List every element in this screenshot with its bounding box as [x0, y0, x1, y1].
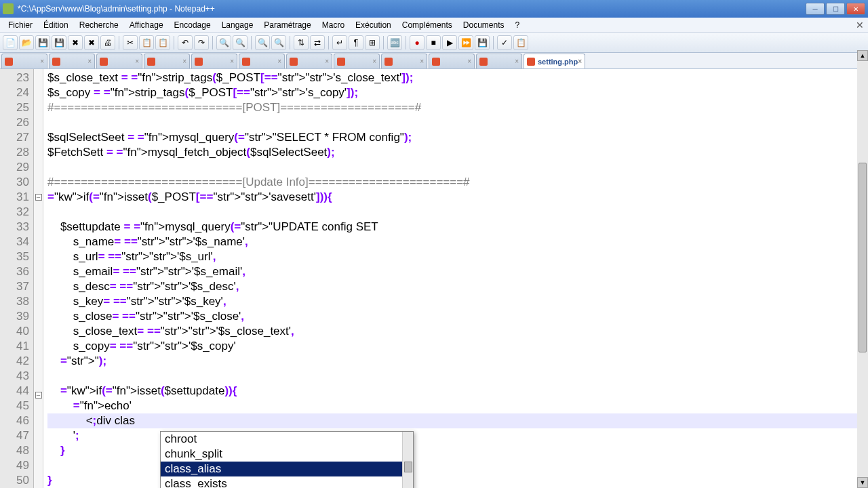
menu-langage[interactable]: Langage [216, 19, 259, 31]
menu-macro[interactable]: Macro [317, 19, 350, 31]
play-macro-icon[interactable]: ▶ [442, 35, 457, 50]
redo-icon[interactable]: ↷ [194, 35, 209, 50]
tab-close-icon[interactable]: × [372, 58, 376, 65]
tab-close-icon[interactable]: × [515, 58, 519, 65]
tab-blank[interactable]: × [239, 54, 285, 68]
tab-close-icon[interactable]: × [40, 58, 44, 65]
menu-edition[interactable]: Édition [38, 19, 74, 31]
tab-close-icon[interactable]: × [182, 58, 186, 65]
tab-blank[interactable]: × [191, 54, 237, 68]
close-file-icon[interactable]: ✖ [68, 35, 83, 50]
undo-icon[interactable]: ↶ [178, 35, 193, 50]
tab-close-icon[interactable]: × [467, 58, 471, 65]
tab-close-icon[interactable]: × [420, 58, 424, 65]
toolbar: 📄 📂 💾 💾 ✖ ✖ 🖨 ✂ 📋 📋 ↶ ↷ 🔍 🔍 🔍 🔍 ⇅ ⇄ ↵ ¶ … [0, 33, 868, 53]
print-icon[interactable]: 🖨 [100, 35, 115, 50]
file-icon [479, 58, 488, 66]
save-macro-icon[interactable]: 💾 [475, 35, 490, 50]
tab-setting-php[interactable]: setting.php× [524, 54, 585, 68]
menu-parametrage[interactable]: Paramétrage [258, 19, 316, 31]
menu-fichier[interactable]: Fichier [3, 19, 38, 31]
menu-documents[interactable]: Documents [458, 19, 510, 31]
vertical-scrollbar[interactable]: ▲ ▼ [857, 50, 868, 488]
tab-close-icon[interactable]: × [578, 58, 582, 65]
paste-icon[interactable]: 📋 [155, 35, 170, 50]
file-icon [195, 58, 203, 66]
file-icon [147, 58, 155, 66]
titlebar: *C:\AppServ\www\Blog\admin\setting.php -… [0, 0, 868, 18]
tabbar: × × × × × × × × × × × setting.php× [0, 53, 868, 69]
sync-horiz-icon[interactable]: ⇄ [310, 35, 325, 50]
lang-icon[interactable]: 🔤 [387, 35, 402, 50]
tab-close-icon[interactable]: × [135, 58, 139, 65]
sync-vert-icon[interactable]: ⇅ [294, 35, 309, 50]
menu-recherche[interactable]: Recherche [74, 19, 124, 31]
editor[interactable]: 2324252627282930313233343536373839404142… [0, 69, 868, 488]
close-button[interactable]: ✕ [846, 3, 865, 15]
replay-macro-icon[interactable]: ⏩ [458, 35, 473, 50]
cut-icon[interactable]: ✂ [123, 35, 138, 50]
tab-blank[interactable]: × [334, 54, 380, 68]
app-icon [3, 3, 14, 14]
autocomplete-item[interactable]: chroot [161, 432, 413, 447]
copy-icon[interactable]: 📋 [139, 35, 154, 50]
tab-blank[interactable]: × [49, 54, 95, 68]
scrollbar-thumb[interactable] [404, 462, 412, 472]
minimize-button[interactable]: ─ [806, 3, 825, 15]
tab-close-icon[interactable]: × [87, 58, 92, 65]
wordwrap-icon[interactable]: ↵ [332, 35, 347, 50]
file-icon [5, 58, 13, 66]
scrollbar-thumb[interactable] [859, 163, 867, 352]
file-icon [527, 58, 535, 66]
tab-blank[interactable]: × [476, 54, 522, 68]
file-icon [242, 58, 250, 66]
scroll-down-icon[interactable]: ▼ [857, 477, 868, 488]
tab-label: setting.php [538, 58, 578, 66]
close-all-icon[interactable]: ✖ [84, 35, 99, 50]
menu-encodage[interactable]: Encodage [169, 19, 216, 31]
new-file-icon[interactable]: 📄 [3, 35, 18, 50]
autocomplete-item[interactable]: chunk_split [161, 447, 413, 462]
menubar-close-icon[interactable]: ✕ [856, 20, 864, 30]
tab-blank[interactable]: × [286, 54, 332, 68]
file-icon [384, 58, 393, 66]
menu-execution[interactable]: Exécution [350, 19, 397, 31]
tab-close-icon[interactable]: × [325, 58, 329, 65]
code-area[interactable]: $s_close_text = ="fn">strip_tags($_POST[… [43, 69, 868, 488]
tab-close-icon[interactable]: × [230, 58, 234, 65]
save-icon[interactable]: 💾 [35, 35, 50, 50]
autocomplete-item-selected[interactable]: class_alias [161, 462, 413, 476]
zoom-in-icon[interactable]: 🔍 [255, 35, 270, 50]
show-all-icon[interactable]: ¶ [349, 35, 363, 50]
replace-icon[interactable]: 🔍 [233, 35, 248, 50]
tab-blank[interactable]: × [381, 54, 427, 68]
record-macro-icon[interactable]: ● [410, 35, 425, 50]
autocomplete-scrollbar[interactable] [402, 432, 413, 488]
menu-affichage[interactable]: Affichage [124, 19, 169, 31]
tab-blank[interactable]: × [429, 54, 475, 68]
menu-complements[interactable]: Compléments [397, 19, 458, 31]
indent-guide-icon[interactable]: ⊞ [365, 35, 380, 50]
scrollbar-track[interactable] [857, 61, 868, 477]
autocomplete-item[interactable]: class_exists [161, 476, 413, 488]
tab-blank[interactable]: × [1, 54, 47, 68]
file-icon [290, 58, 298, 66]
stop-macro-icon[interactable]: ■ [426, 35, 441, 50]
maximize-button[interactable]: ☐ [826, 3, 845, 15]
open-file-icon[interactable]: 📂 [19, 35, 34, 50]
line-number-gutter: 2324252627282930313233343536373839404142… [0, 69, 34, 488]
spellcheck-icon[interactable]: ✓ [497, 35, 512, 50]
tab-close-icon[interactable]: × [277, 58, 281, 65]
tab-blank[interactable]: × [96, 54, 142, 68]
tab-blank[interactable]: × [144, 54, 190, 68]
zoom-out-icon[interactable]: 🔍 [271, 35, 286, 50]
autocomplete-popup[interactable]: chroot chunk_split class_alias class_exi… [160, 431, 414, 488]
save-all-icon[interactable]: 💾 [52, 35, 66, 50]
scroll-up-icon[interactable]: ▲ [857, 50, 868, 61]
doc-map-icon[interactable]: 📋 [513, 35, 528, 50]
window-title: *C:\AppServ\www\Blog\admin\setting.php -… [18, 4, 806, 14]
menu-help[interactable]: ? [510, 19, 526, 31]
fold-column[interactable]: −− [34, 69, 43, 488]
find-icon[interactable]: 🔍 [216, 35, 231, 50]
file-icon [432, 58, 440, 66]
